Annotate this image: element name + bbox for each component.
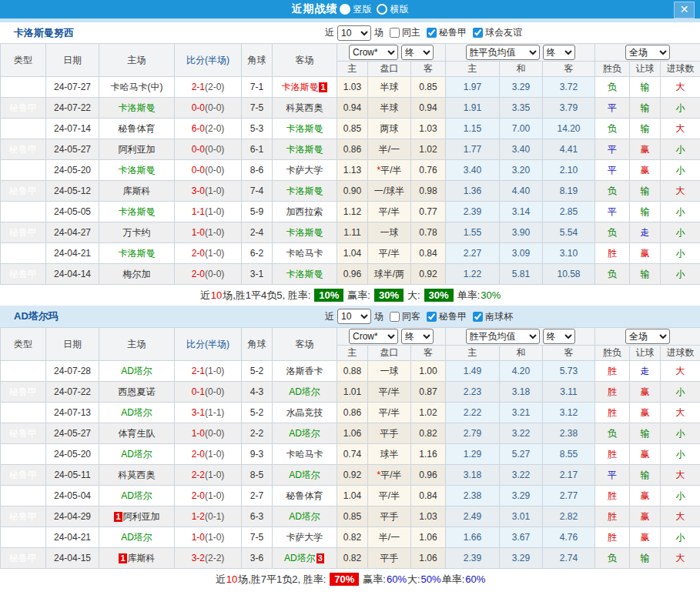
radio-horizontal[interactable] (377, 4, 387, 15)
league-checkbox[interactable] (427, 28, 437, 38)
halftime-score: (2-0) (205, 123, 224, 134)
same-venue-checkbox[interactable] (390, 28, 400, 38)
handicap-text: 平/半 (380, 470, 401, 480)
col-header: 日期 (46, 328, 99, 361)
sub-col-header: 和 (500, 62, 543, 77)
scope-select[interactable]: 全场 (625, 45, 670, 60)
col-header: 主场 (99, 328, 175, 361)
scope-select[interactable]: 全场 (625, 329, 670, 344)
result-wdl: 胜 (595, 403, 630, 423)
corner-score: 6-1 (242, 139, 273, 160)
result-group-header: 全场 (595, 328, 700, 346)
handicap-home-odds: 1.04 (337, 486, 368, 506)
handicap-text: 平/半 (379, 490, 400, 501)
fulltime-score: 0-0 (192, 165, 205, 175)
fulltime-score: 1-0 (192, 227, 205, 238)
final-odds-select[interactable]: 终 (543, 329, 575, 344)
match-date: 24-05-20 (46, 160, 99, 181)
odds-source-select[interactable]: Crow* (349, 45, 398, 60)
table-row: 秘鲁甲24-07-14秘鲁体育6-0(2-0)5-3卡洛斯曼0.85两球1.03… (1, 119, 700, 139)
away-team: 科莫西奥 (273, 98, 337, 119)
wdl-avg-select[interactable]: 胜平负均值 (466, 45, 540, 60)
team-text: 秘鲁体育 (119, 123, 156, 134)
league-badge: 秘鲁甲 (1, 119, 46, 139)
filter-bar: 近10场同客秘鲁甲南球杯 (323, 306, 514, 327)
table-row: 秘鲁甲24-05-04AD塔尔2-0(1-0)2-7秘鲁体育1.04平/半0.8… (1, 486, 700, 506)
col-header: 比分(半场) (175, 328, 242, 361)
result-wdl: 平 (595, 98, 630, 119)
match-count-select[interactable]: 10 (337, 25, 371, 41)
home-team: AD塔尔 (99, 486, 175, 506)
home-team: 梅尔加 (99, 264, 175, 285)
radio-horizontal-label[interactable]: 横版 (390, 3, 409, 16)
result-wdl: 负 (595, 222, 630, 243)
handicap-home-odds: 0.86 (337, 403, 368, 423)
league-checkbox[interactable] (427, 312, 437, 322)
odds-draw: 3.01 (500, 506, 543, 527)
league-badge: 秘鲁甲 (1, 77, 46, 98)
handicap-home-odds: 0.92 (337, 465, 368, 486)
handicap-home-odds: 0.90 (337, 181, 368, 202)
same-venue-checkbox[interactable] (390, 312, 400, 322)
league-checkbox[interactable] (473, 312, 483, 322)
summary-part: 场,胜7平1负2, 胜率: (238, 573, 326, 587)
result-goals: 小 (661, 423, 700, 444)
same-venue-label: 同客 (402, 310, 420, 323)
odds-home-win: 2.49 (446, 506, 500, 527)
close-icon[interactable]: ✕ (674, 2, 695, 18)
league-badge: 秘鲁甲 (1, 264, 46, 285)
result-wdl: 胜 (595, 506, 630, 527)
odds-draw: 3.29 (500, 77, 543, 98)
handicap-home-odds: 1.04 (337, 243, 368, 264)
sub-col-header: 客 (411, 62, 446, 77)
handicap-text: 球半/两 (374, 269, 404, 279)
result-wdl: 平 (595, 139, 630, 160)
col-header: 比分(半场) (175, 44, 242, 77)
odds-home-win: 1.97 (446, 77, 500, 98)
team-text: 西恩夏诺 (119, 386, 156, 397)
odds-draw: 3.22 (500, 423, 543, 444)
home-team: 秘鲁体育 (99, 119, 175, 139)
team-text: 卡洛斯曼 (119, 102, 156, 113)
summary-part: 30% (424, 289, 454, 302)
away-team: AD塔尔 (273, 465, 337, 486)
team-text: 卡洛斯曼 (119, 165, 156, 175)
odds-source-select[interactable]: Crow* (349, 329, 398, 344)
odds-away-win: 3.10 (543, 243, 595, 264)
sub-col-header: 和 (500, 346, 543, 361)
corner-score: 5-9 (242, 202, 273, 222)
result-wdl: 负 (595, 548, 630, 569)
table-row: 秘鲁甲24-05-20AD塔尔2-0(1-0)9-3卡哈马卡0.74球半1.16… (1, 444, 700, 465)
home-team: 阿利亚加 (99, 139, 175, 160)
final-odds-select[interactable]: 终 (401, 329, 434, 344)
score: 2-0(1-0) (175, 486, 242, 506)
score: 0-0(0-0) (175, 98, 242, 119)
odds-home-win: 1.22 (446, 264, 500, 285)
league-badge: 秘鲁甲 (1, 465, 46, 486)
table-row: 秘鲁甲24-07-22西恩夏诺0-1(0-0)4-3AD塔尔1.01平/半0.8… (1, 382, 700, 403)
away-team: 卡洛斯曼1 (273, 77, 337, 98)
handicap-home-odds: 0.86 (337, 139, 368, 160)
match-count-select[interactable]: 10 (337, 309, 371, 324)
handicap-line: 球半 (368, 444, 411, 465)
away-team: 水晶竞技 (273, 403, 337, 423)
summary-row: 近10场,胜7平1负2, 胜率:70%赢率:60%大:50%单率:60% (0, 569, 700, 590)
halftime-score: (0-0) (205, 144, 224, 155)
wdl-avg-select[interactable]: 胜平负均值 (466, 329, 540, 344)
team-text: AD塔尔 (284, 553, 316, 563)
radio-vertical-selected[interactable] (340, 4, 350, 15)
final-odds-select[interactable]: 终 (543, 45, 575, 60)
final-odds-select[interactable]: 终 (401, 45, 434, 60)
team-text: 加西拉索 (286, 206, 323, 217)
handicap-away-odds: 1.02 (411, 403, 446, 423)
match-date: 24-04-21 (46, 243, 99, 264)
halftime-score: (1-0) (205, 186, 224, 196)
radio-vertical-label[interactable]: 竖版 (353, 3, 372, 16)
away-team: 卡萨大学 (273, 160, 337, 181)
result-wdl: 负 (595, 264, 630, 285)
handicap-line: 一/球半 (368, 181, 411, 202)
league-checkbox[interactable] (473, 28, 483, 38)
handicap-home-odds: 0.96 (337, 264, 368, 285)
result-handicap: 输 (630, 181, 661, 202)
away-team: AD塔尔 (273, 423, 337, 444)
